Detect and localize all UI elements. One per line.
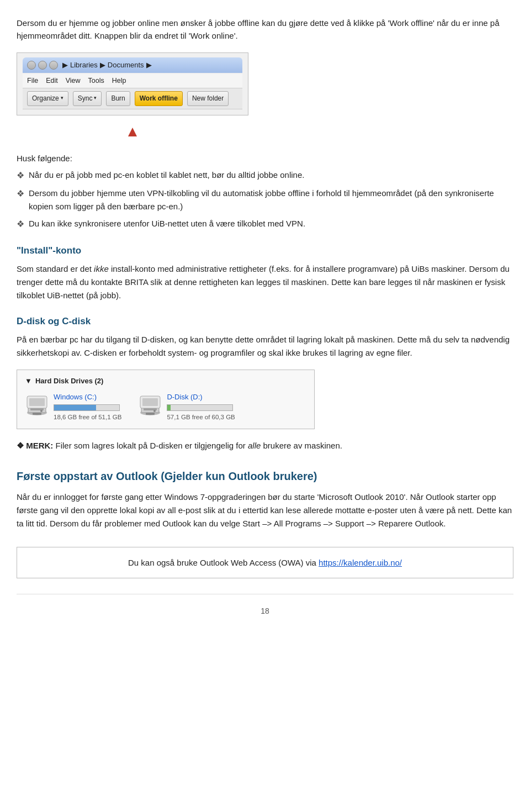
svg-rect-11 xyxy=(142,398,158,406)
d-drive-info: D-Disk (D:) 57,1 GB free of 60,3 GB xyxy=(167,392,235,423)
outlook-section: Første oppstart av Outlook (Gjelder kun … xyxy=(17,468,513,530)
svg-rect-13 xyxy=(146,413,155,415)
minimize-btn xyxy=(27,61,36,70)
menu-bar: File Edit View Tools Help xyxy=(23,74,242,88)
c-drive-bar-fill xyxy=(54,405,96,410)
bullet-diamond-2: ❖ xyxy=(17,187,24,201)
install-italic: ikke xyxy=(94,264,109,273)
burn-button: Burn xyxy=(106,91,130,106)
merk-note: ❖ MERK: Filer som lagres lokalt på D-dis… xyxy=(17,439,513,452)
arrow-indicator xyxy=(128,128,137,136)
d-drive-bar xyxy=(167,404,233,411)
footer-link[interactable]: https://kalender.uib.no/ xyxy=(319,558,402,567)
install-body: Som standard er det ikke install-konto m… xyxy=(17,262,513,302)
ddisk-section: D-disk og C-disk På en bærbar pc har du … xyxy=(17,314,513,360)
breadcrumb-documents: Documents xyxy=(108,60,144,71)
sync-button: Sync ▾ xyxy=(73,91,102,106)
husk-label: Husk følgende: xyxy=(17,152,513,165)
bullet-list: ❖ Når du er på jobb med pc-en koblet til… xyxy=(17,168,513,231)
new-folder-button: New folder xyxy=(187,91,229,106)
menu-help: Help xyxy=(112,76,126,86)
close-btn xyxy=(49,61,58,70)
c-drive-icon xyxy=(25,392,49,416)
work-offline-label: Work offline xyxy=(140,93,178,104)
c-drive-info: Windows (C:) 18,6 GB free of 51,1 GB xyxy=(54,392,121,423)
c-drive-bar xyxy=(54,404,120,411)
install-heading: "Install"-konto xyxy=(17,244,513,258)
hdd-title-bar: ▼ Hard Disk Drives (2) xyxy=(25,376,306,387)
d-drive: D-Disk (D:) 57,1 GB free of 60,3 GB xyxy=(138,392,235,423)
breadcrumb-end-arrow: ▶ xyxy=(146,60,152,71)
d-drive-icon xyxy=(138,392,162,416)
d-drive-size: 57,1 GB free of 60,3 GB xyxy=(167,413,235,423)
svg-rect-4 xyxy=(29,398,45,406)
d-drive-bar-fill xyxy=(167,405,171,410)
merk-label: ❖ MERK: xyxy=(17,441,53,450)
menu-tools: Tools xyxy=(88,76,104,86)
new-folder-label: New folder xyxy=(192,93,224,104)
c-drive-label: Windows (C:) xyxy=(54,392,121,403)
svg-point-12 xyxy=(153,410,156,412)
menu-file: File xyxy=(27,76,38,86)
bullet-text-1: Når du er på jobb med pc-en koblet til k… xyxy=(29,168,304,181)
hdd-screenshot: ▼ Hard Disk Drives (2) Windows (C:) xyxy=(17,370,315,429)
burn-label: Burn xyxy=(111,93,125,104)
page-divider xyxy=(17,594,513,594)
breadcrumb-icon: ▶ xyxy=(62,60,68,71)
footer-text: Du kan også bruke Outlook Web Access (OW… xyxy=(128,558,319,567)
hdd-title-label: Hard Disk Drives (2) xyxy=(35,376,104,387)
outlook-heading: Første oppstart av Outlook (Gjelder kun … xyxy=(17,468,513,485)
hdd-title-arrow: ▼ xyxy=(25,376,32,387)
work-offline-button: Work offline xyxy=(135,91,183,106)
svg-rect-6 xyxy=(33,413,41,415)
bullet-diamond-1: ❖ xyxy=(17,169,24,183)
merk-text: Filer som lagres lokalt på D-disken er t… xyxy=(53,441,248,450)
merk-italic: alle xyxy=(248,441,261,450)
windows-explorer-screenshot: ▶ Libraries ▶ Documents ▶ File Edit View… xyxy=(17,52,248,115)
hdd-drives-container: Windows (C:) 18,6 GB free of 51,1 GB xyxy=(25,392,306,423)
organize-arrow: ▾ xyxy=(61,94,63,102)
bullet-diamond-3: ❖ xyxy=(17,218,24,231)
intro-paragraph-1: Dersom du er hjemme og jobber online men… xyxy=(17,17,513,43)
menu-view: View xyxy=(66,76,81,86)
breadcrumb-libraries: Libraries xyxy=(70,60,98,71)
install-text-before: Som standard er det xyxy=(17,264,94,273)
window-buttons xyxy=(27,61,58,70)
footer-box: Du kan også bruke Outlook Web Access (OW… xyxy=(17,547,513,578)
merk-text2: brukere av maskinen. xyxy=(261,441,342,450)
titlebar: ▶ Libraries ▶ Documents ▶ xyxy=(23,57,242,73)
bullet-item-1: ❖ Når du er på jobb med pc-en koblet til… xyxy=(17,168,513,183)
outlook-body: Når du er innlogget for første gang ette… xyxy=(17,491,513,530)
c-drive-size: 18,6 GB free of 51,1 GB xyxy=(54,413,121,423)
organize-button: Organize ▾ xyxy=(27,91,68,106)
ddisk-body: På en bærbar pc har du tilgang til D-dis… xyxy=(17,333,513,360)
breadcrumb: ▶ Libraries ▶ Documents ▶ xyxy=(62,60,152,71)
d-drive-label: D-Disk (D:) xyxy=(167,392,235,403)
page-number: 18 xyxy=(17,605,513,618)
breadcrumb-separator: ▶ xyxy=(100,60,105,71)
install-section: "Install"-konto Som standard er det ikke… xyxy=(17,244,513,302)
maximize-btn xyxy=(38,61,47,70)
c-drive: Windows (C:) 18,6 GB free of 51,1 GB xyxy=(25,392,121,423)
ddisk-heading: D-disk og C-disk xyxy=(17,314,513,329)
bullet-item-2: ❖ Dersom du jobber hjemme uten VPN-tilko… xyxy=(17,187,513,213)
organize-label: Organize xyxy=(32,93,59,104)
toolbar: Organize ▾ Sync ▾ Burn Work offline New … xyxy=(23,88,242,109)
menu-edit: Edit xyxy=(46,76,58,86)
bullet-text-3: Du kan ikke synkronisere utenfor UiB-net… xyxy=(29,217,305,230)
bullet-text-2: Dersom du jobber hjemme uten VPN-tilkobl… xyxy=(29,187,513,213)
bullet-item-3: ❖ Du kan ikke synkronisere utenfor UiB-n… xyxy=(17,217,513,231)
svg-point-5 xyxy=(40,410,43,412)
sync-label: Sync xyxy=(78,93,93,104)
sync-arrow: ▾ xyxy=(94,94,97,102)
